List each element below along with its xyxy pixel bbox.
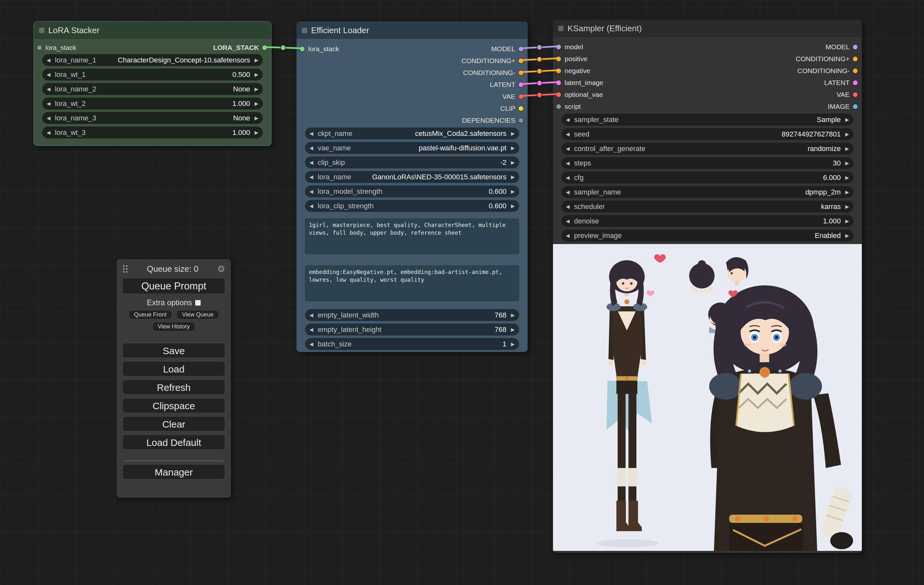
next-arrow-icon[interactable]: ▶ [511,160,515,165]
next-arrow-icon[interactable]: ▶ [511,189,515,194]
next-arrow-icon[interactable]: ▶ [254,72,258,77]
prev-arrow-icon[interactable]: ◀ [566,131,570,137]
prev-arrow-icon[interactable]: ◀ [566,117,570,123]
input-dot-icon[interactable] [556,68,561,73]
queue-front-button[interactable]: Queue Front [129,310,172,320]
node-canvas[interactable]: { "icons": { "left_arrow": "◀", "right_a… [0,0,924,585]
node-header[interactable]: LoRA Stacker [34,21,271,39]
next-arrow-icon[interactable]: ▶ [511,174,515,180]
widget-lora-wt-2[interactable]: ◀ lora_wt_2 1.000 ▶ [42,97,263,109]
node-ksampler-efficient[interactable]: KSampler (Efficient) model positive nega… [553,19,862,553]
prev-arrow-icon[interactable]: ◀ [310,312,314,318]
prev-arrow-icon[interactable]: ◀ [47,115,51,121]
prev-arrow-icon[interactable]: ◀ [566,218,570,224]
next-arrow-icon[interactable]: ▶ [511,203,515,209]
node-collapse-icon[interactable] [302,28,307,33]
input-dot-icon[interactable] [300,46,305,51]
next-arrow-icon[interactable]: ▶ [845,218,849,224]
input-dot-icon[interactable] [37,45,42,50]
input-dot-icon[interactable] [556,80,561,85]
next-arrow-icon[interactable]: ▶ [511,327,515,333]
widget-batch-size[interactable]: ◀ batch_size 1 ▶ [305,338,519,350]
widget-ckpt-name[interactable]: ◀ ckpt_name cetusMix_Coda2.safetensors ▶ [305,127,519,139]
next-arrow-icon[interactable]: ▶ [845,146,849,152]
output-dot-icon[interactable] [853,68,858,73]
node-efficient-loader[interactable]: Efficient Loader lora_stack MODEL CONDIT… [296,21,528,352]
widget-clip-skip[interactable]: ◀ clip_skip -2 ▶ [305,157,519,168]
node-header[interactable]: Efficient Loader [297,21,528,39]
output-dot-icon[interactable] [518,58,523,63]
view-history-button[interactable]: View History [152,322,195,331]
widget-steps[interactable]: ◀ steps 30 ▶ [561,157,853,169]
load-default-button[interactable]: Load Default [122,435,225,450]
widget-lora-model-strength[interactable]: ◀ lora_model_strength 0.600 ▶ [305,185,519,197]
next-arrow-icon[interactable]: ▶ [845,117,849,123]
widget-lora-name-2[interactable]: ◀ lora_name_2 None ▶ [42,83,263,95]
widget-seed[interactable]: ◀ seed 892744927627801 ▶ [561,128,853,140]
drag-handle-icon[interactable] [122,265,128,273]
node-lora-stacker[interactable]: LoRA Stacker lora_stack LORA_STACK ◀ lor… [33,21,272,146]
widget-empty-latent-height[interactable]: ◀ empty_latent_height 768 ▶ [305,323,519,336]
next-arrow-icon[interactable]: ▶ [254,130,258,135]
output-dot-icon[interactable] [518,70,523,75]
positive-prompt-textarea[interactable]: 1girl, masterpiece, best quality, Charac… [305,218,519,254]
next-arrow-icon[interactable]: ▶ [845,204,849,209]
save-button[interactable]: Save [122,343,225,358]
widget-scheduler[interactable]: ◀ scheduler karras ▶ [561,201,853,213]
widget-vae-name[interactable]: ◀ vae_name pastel-waifu-diffusion.vae.pt… [305,142,519,154]
output-dot-icon[interactable] [853,44,858,49]
widget-lora-name[interactable]: ◀ lora_name GanonLoRAs\NED-35-000015.saf… [305,171,519,183]
prev-arrow-icon[interactable]: ◀ [47,86,51,92]
clipspace-button[interactable]: Clipspace [122,398,225,413]
output-dot-icon[interactable] [518,118,523,123]
output-dot-icon[interactable] [262,45,267,50]
node-header[interactable]: KSampler (Efficient) [553,20,862,37]
output-dot-icon[interactable] [518,82,523,87]
output-dot-icon[interactable] [853,80,858,85]
widget-denoise[interactable]: ◀ denoise 1.000 ▶ [561,215,853,227]
output-dot-icon[interactable] [518,46,523,51]
prev-arrow-icon[interactable]: ◀ [47,57,51,63]
clear-button[interactable]: Clear [122,416,225,432]
output-dot-icon[interactable] [518,94,523,99]
widget-sampler-state[interactable]: ◀ sampler_state Sample ▶ [561,114,853,125]
widget-empty-latent-width[interactable]: ◀ empty_latent_width 768 ▶ [305,309,519,321]
node-collapse-icon[interactable] [39,28,45,33]
negative-prompt-textarea[interactable]: embedding:EasyNegative.pt, embedding:bad… [305,265,519,302]
next-arrow-icon[interactable]: ▶ [845,175,849,181]
refresh-button[interactable]: Refresh [122,380,225,395]
widget-lora-clip-strength[interactable]: ◀ lora_clip_strength 0.600 ▶ [305,200,519,212]
widget-sampler-name[interactable]: ◀ sampler_name dpmpp_2m ▶ [561,186,853,198]
node-collapse-icon[interactable] [558,26,564,31]
prev-arrow-icon[interactable]: ◀ [566,204,570,209]
extra-options-checkbox[interactable] [195,300,201,305]
prev-arrow-icon[interactable]: ◀ [47,130,51,135]
output-dot-icon[interactable] [853,56,858,61]
prev-arrow-icon[interactable]: ◀ [566,175,570,181]
next-arrow-icon[interactable]: ▶ [845,160,849,166]
input-dot-icon[interactable] [556,92,561,97]
view-queue-button[interactable]: View Queue [177,310,219,320]
manager-button[interactable]: Manager [122,464,225,480]
next-arrow-icon[interactable]: ▶ [845,190,849,195]
widget-preview-image[interactable]: ◀ preview_image Enabled ▶ [561,229,853,241]
next-arrow-icon[interactable]: ▶ [845,233,849,239]
next-arrow-icon[interactable]: ▶ [254,86,258,92]
output-dot-icon[interactable] [518,106,523,111]
next-arrow-icon[interactable]: ▶ [254,101,258,107]
output-dot-icon[interactable] [853,92,858,97]
prev-arrow-icon[interactable]: ◀ [310,341,314,347]
prev-arrow-icon[interactable]: ◀ [310,160,314,165]
prev-arrow-icon[interactable]: ◀ [566,146,570,152]
settings-gear-icon[interactable]: ⚙ [217,264,225,274]
queue-prompt-button[interactable]: Queue Prompt [122,278,225,294]
next-arrow-icon[interactable]: ▶ [511,145,515,151]
prev-arrow-icon[interactable]: ◀ [566,233,570,239]
next-arrow-icon[interactable]: ▶ [511,131,515,137]
next-arrow-icon[interactable]: ▶ [254,115,258,121]
load-button[interactable]: Load [122,361,225,376]
widget-cfg[interactable]: ◀ cfg 6.000 ▶ [561,171,853,183]
next-arrow-icon[interactable]: ▶ [511,341,515,347]
prev-arrow-icon[interactable]: ◀ [566,160,570,166]
prev-arrow-icon[interactable]: ◀ [47,101,51,107]
